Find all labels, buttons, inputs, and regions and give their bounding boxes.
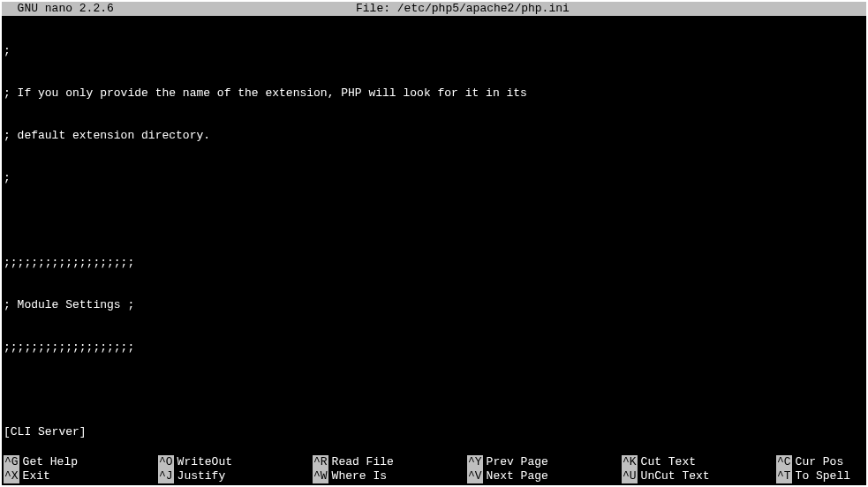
file-line: ;;;;;;;;;;;;;;;;;;; — [4, 256, 864, 270]
command-bar: ^GGet Help ^OWriteOut ^RRead File ^YPrev… — [2, 455, 866, 485]
cmd-label: Get Help — [23, 455, 78, 469]
cmd-next-page[interactable]: ^VNext Page — [467, 469, 622, 483]
cmd-cut-text[interactable]: ^KCut Text — [622, 455, 776, 469]
cmd-label: Where Is — [332, 469, 387, 483]
key-label: ^R — [313, 455, 328, 469]
key-label: ^J — [158, 469, 174, 483]
key-label: ^U — [622, 469, 638, 483]
file-line: ; — [4, 44, 864, 58]
command-row: ^GGet Help ^OWriteOut ^RRead File ^YPrev… — [4, 455, 864, 469]
key-label: ^C — [776, 455, 792, 469]
file-line: ;;;;;;;;;;;;;;;;;;; — [4, 341, 864, 355]
cmd-label: Cur Pos — [796, 455, 844, 469]
cmd-to-spell[interactable]: ^TTo Spell — [776, 469, 850, 483]
cmd-label: Prev Page — [487, 455, 548, 469]
cmd-label: UnCut Text — [641, 469, 710, 483]
file-line — [4, 214, 864, 228]
key-label: ^V — [467, 469, 483, 483]
key-label: ^K — [622, 455, 638, 469]
file-line: ; — [4, 171, 864, 185]
editor-area[interactable]: ; ; If you only provide the name of the … — [2, 16, 866, 455]
cmd-label: Read File — [332, 455, 394, 469]
command-row: ^XExit ^JJustify ^WWhere Is ^VNext Page … — [4, 469, 864, 483]
title-bar: GNU nano 2.2.6 File: /etc/php5/apache2/p… — [2, 2, 866, 16]
cmd-cur-pos[interactable]: ^CCur Pos — [776, 455, 843, 469]
key-label: ^O — [158, 455, 174, 469]
cmd-uncut-text[interactable]: ^UUnCut Text — [622, 469, 776, 483]
key-label: ^Y — [467, 455, 483, 469]
cmd-label: To Spell — [796, 469, 850, 483]
file-line: [CLI Server] — [4, 425, 864, 439]
key-label: ^W — [313, 469, 328, 483]
cmd-label: Justify — [177, 469, 226, 483]
file-line: ; default extension directory. — [4, 129, 864, 143]
cmd-justify[interactable]: ^JJustify — [158, 469, 313, 483]
cmd-where-is[interactable]: ^WWhere Is — [313, 469, 467, 483]
cmd-label: Next Page — [487, 469, 548, 483]
nano-terminal: GNU nano 2.2.6 File: /etc/php5/apache2/p… — [0, 0, 868, 487]
app-name: GNU nano 2.2.6 — [4, 2, 114, 16]
title-right-spacer — [811, 2, 864, 16]
cmd-get-help[interactable]: ^GGet Help — [4, 455, 158, 469]
file-line: ; Module Settings ; — [4, 298, 864, 312]
cmd-prev-page[interactable]: ^YPrev Page — [467, 455, 622, 469]
cmd-label: WriteOut — [177, 455, 232, 469]
cmd-label: Exit — [23, 469, 50, 483]
key-label: ^X — [4, 469, 19, 483]
cmd-label: Cut Text — [641, 455, 696, 469]
file-line: ; If you only provide the name of the ex… — [4, 86, 864, 101]
key-label: ^G — [4, 455, 19, 469]
cmd-read-file[interactable]: ^RRead File — [313, 455, 467, 469]
cmd-writeout[interactable]: ^OWriteOut — [158, 455, 313, 469]
file-line — [4, 383, 864, 397]
file-path: File: /etc/php5/apache2/php.ini — [114, 2, 811, 16]
key-label: ^T — [776, 469, 792, 483]
cmd-exit[interactable]: ^XExit — [4, 469, 158, 483]
